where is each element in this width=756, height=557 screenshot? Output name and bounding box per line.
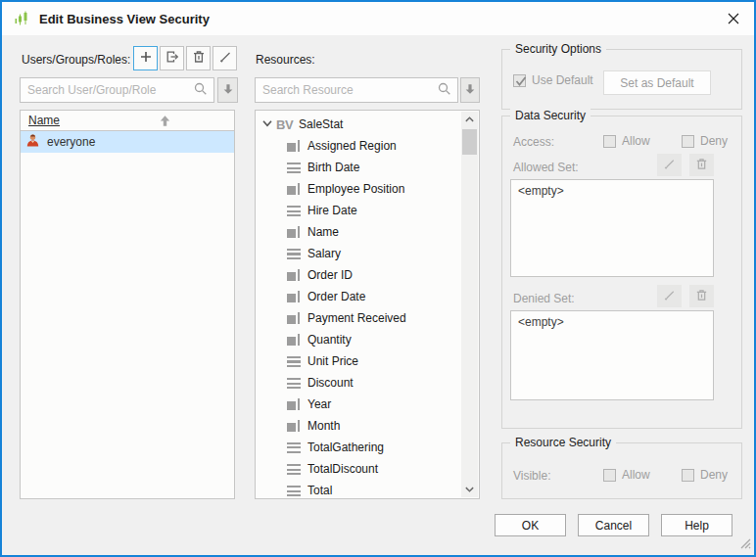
user-search-apply-button[interactable] — [217, 77, 238, 103]
tree-items: Assigned RegionBirth DateEmployee Positi… — [257, 135, 461, 497]
trash-icon — [694, 157, 709, 174]
pencil-icon — [217, 49, 233, 68]
user-icon — [25, 133, 40, 151]
ok-button[interactable]: OK — [495, 514, 566, 536]
tree-item-label: TotalDiscount — [307, 462, 378, 476]
delete-button[interactable] — [186, 46, 211, 70]
user-search-box — [20, 77, 214, 103]
edit-allowed-set-button[interactable] — [657, 154, 682, 176]
visible-allow-label: Allow — [622, 468, 650, 482]
edit-button[interactable] — [213, 46, 237, 70]
user-search-input[interactable] — [21, 83, 193, 97]
set-as-default-button[interactable]: Set as Default — [603, 70, 711, 95]
access-deny-checkbox[interactable] — [682, 135, 694, 148]
tree-item[interactable]: Order ID — [257, 264, 461, 286]
denied-set-box[interactable]: <empty> — [510, 310, 714, 400]
tree-item-label: Month — [307, 419, 340, 433]
detail-icon — [287, 162, 301, 173]
tree-item[interactable]: Salary — [257, 243, 461, 264]
tree-item[interactable]: Birth Date — [257, 157, 461, 178]
resources-label: Resources: — [256, 53, 315, 67]
tree-item[interactable]: Name — [257, 221, 461, 243]
tree-item[interactable]: Unit Price — [257, 350, 461, 372]
tree-item-label: Total — [307, 484, 332, 497]
dimension-icon — [287, 269, 301, 282]
tree-item[interactable]: Payment Received — [257, 307, 461, 329]
tree-scrollbar[interactable] — [461, 112, 478, 497]
access-allow-checkbox[interactable] — [603, 135, 616, 148]
resize-grip-icon[interactable] — [737, 535, 751, 552]
dimension-icon — [287, 140, 301, 153]
scroll-up-icon[interactable] — [461, 112, 478, 128]
resources-tree: BV SaleStat Assigned RegionBirth DateEmp… — [255, 110, 480, 499]
detail-icon — [287, 464, 301, 475]
detail-icon — [287, 249, 301, 259]
business-view-icon: BV — [276, 117, 293, 132]
tree-item-label: Order Date — [307, 290, 365, 303]
tree-item[interactable]: Order Date — [257, 286, 461, 307]
dimension-icon — [287, 226, 301, 239]
clear-allowed-set-button[interactable] — [689, 154, 714, 176]
set-as-default-label: Set as Default — [620, 76, 693, 90]
cancel-button[interactable]: Cancel — [578, 514, 649, 536]
dialog-title: Edit Business View Security — [39, 12, 210, 26]
tree-item[interactable]: Total — [257, 480, 461, 497]
scrollbar-thumb[interactable] — [462, 129, 477, 155]
tree-item[interactable]: Assigned Region — [257, 135, 461, 157]
tree-item-label: Employee Position — [307, 182, 404, 196]
cancel-label: Cancel — [595, 519, 632, 533]
allowed-set-box[interactable]: <empty> — [510, 179, 714, 277]
visible-allow-checkbox[interactable] — [603, 469, 616, 482]
resources-tree-viewport: BV SaleStat Assigned RegionBirth DateEmp… — [257, 112, 461, 497]
use-default-row: Use Default — [513, 73, 593, 87]
resource-search-apply-button[interactable] — [460, 77, 480, 103]
tree-item[interactable]: Discount — [257, 372, 461, 394]
move-out-button[interactable] — [160, 46, 184, 70]
tree-item-label: Quantity — [307, 333, 352, 347]
tree-item-label: Year — [307, 397, 331, 411]
scroll-down-icon[interactable] — [461, 481, 478, 497]
tree-item[interactable]: Hire Date — [257, 200, 461, 221]
help-label: Help — [685, 519, 709, 533]
edit-denied-set-button[interactable] — [657, 285, 682, 307]
tree-item-label: Assigned Region — [307, 139, 397, 153]
tree-item[interactable]: Year — [257, 394, 461, 415]
detail-icon — [287, 486, 301, 496]
resource-security-legend: Resource Security — [510, 436, 616, 449]
tree-item[interactable]: TotalGathering — [257, 437, 461, 458]
tree-item-label: Name — [307, 225, 339, 239]
tree-root-salestat[interactable]: BV SaleStat — [257, 114, 461, 135]
add-button[interactable] — [133, 46, 158, 70]
tree-item-label: Payment Received — [307, 311, 406, 325]
titlebar: Edit Business View Security — [2, 2, 754, 35]
users-list-header[interactable]: Name — [21, 111, 234, 131]
sort-ascending-icon[interactable] — [158, 114, 172, 131]
search-icon — [193, 81, 209, 100]
help-button[interactable]: Help — [661, 514, 732, 536]
tree-item-label: Order ID — [307, 268, 353, 282]
dimension-icon — [287, 420, 301, 433]
close-icon[interactable] — [726, 11, 741, 26]
tree-item-label: Hire Date — [307, 204, 357, 217]
tree-item[interactable]: Month — [257, 415, 461, 437]
allowed-set-value: <empty> — [518, 184, 564, 198]
pencil-icon — [662, 288, 677, 305]
visible-deny-checkbox[interactable] — [682, 469, 694, 482]
dimension-icon — [287, 183, 301, 196]
detail-icon — [287, 356, 301, 367]
dimension-icon — [287, 291, 301, 303]
tree-item[interactable]: Employee Position — [257, 178, 461, 200]
tree-item[interactable]: Quantity — [257, 329, 461, 350]
access-label: Access: — [513, 135, 554, 149]
clear-denied-set-button[interactable] — [689, 285, 714, 307]
use-default-checkbox[interactable] — [513, 74, 526, 87]
name-column-header[interactable]: Name — [28, 114, 60, 127]
resource-search-input[interactable] — [256, 83, 437, 97]
list-item-everyone[interactable]: everyone — [21, 131, 234, 153]
chevron-down-icon[interactable] — [262, 117, 272, 131]
detail-icon — [287, 206, 301, 216]
access-allow-row: Allow — [603, 134, 650, 148]
tree-item[interactable]: TotalDiscount — [257, 458, 461, 480]
data-security-group: Data Security Access: Allow Deny Allowed… — [501, 116, 742, 429]
pencil-icon — [662, 157, 677, 174]
